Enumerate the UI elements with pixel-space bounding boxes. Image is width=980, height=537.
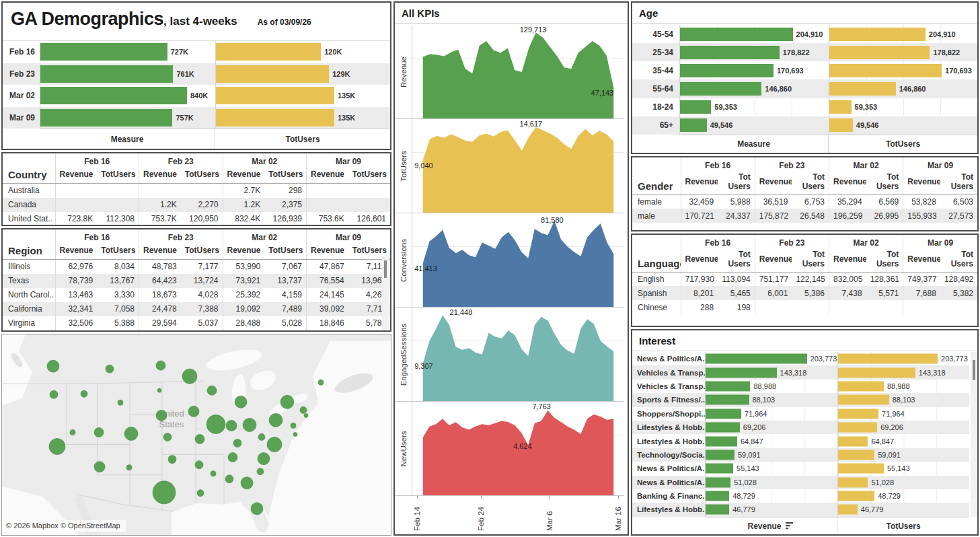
map-bubble[interactable] [94, 462, 105, 472]
bar-mark[interactable] [216, 87, 334, 104]
bar-mark[interactable] [829, 64, 942, 77]
age-row[interactable]: 35-44170,693170,693 [632, 61, 977, 79]
interest-row[interactable]: Vehicles & Transp..88,98888,988 [632, 380, 969, 393]
bar-mark[interactable] [829, 82, 896, 96]
map-bubble[interactable] [225, 475, 233, 483]
age-row[interactable]: 25-34178,822178,822 [632, 43, 977, 61]
table-row[interactable]: male170,72124,337175,87226,548196,25926,… [632, 209, 977, 223]
bar-mark[interactable] [706, 408, 741, 419]
bar-mark[interactable] [838, 381, 884, 391]
map-bubble[interactable] [258, 433, 265, 440]
interest-row[interactable]: Lifestyles & Hobb..69,20669,206 [632, 421, 969, 434]
interest-row[interactable]: Vehicles & Transp..143,318143,318 [632, 365, 969, 379]
bar-mark[interactable] [838, 367, 915, 378]
bar-mark[interactable] [680, 46, 780, 59]
bar-mark[interactable] [838, 423, 878, 433]
map-bubble[interactable] [293, 432, 297, 436]
bar-mark[interactable] [838, 491, 875, 501]
map-bubble[interactable] [49, 439, 65, 455]
area-mark-totusers[interactable] [412, 119, 624, 213]
bar-mark[interactable] [680, 64, 774, 77]
bar-mark[interactable] [40, 65, 173, 83]
map-bubble[interactable] [233, 439, 241, 448]
us-bubble-map[interactable]: United States [2, 334, 391, 535]
table-row[interactable]: Australia2.7K298 [3, 184, 390, 198]
map-bubble[interactable] [81, 390, 87, 397]
bar-mark[interactable] [829, 28, 926, 41]
bar-mark[interactable] [838, 436, 868, 446]
weekly-row[interactable]: Mar 09757K135K [3, 107, 390, 129]
map-bubble[interactable] [228, 453, 237, 462]
map-bubble[interactable] [235, 396, 247, 408]
map-bubble[interactable] [168, 456, 176, 464]
bar-mark[interactable] [680, 28, 793, 41]
map-bubble[interactable] [241, 477, 253, 489]
table-row[interactable]: Chinese288198 [632, 300, 977, 314]
map-bubble[interactable] [182, 369, 197, 384]
table-row[interactable]: Illinois62,9768,03448,7837,17753,9907,06… [3, 260, 390, 274]
map-bubble[interactable] [94, 427, 104, 437]
interest-row[interactable]: Lifestyles & Hobb..64,84764,847 [632, 434, 969, 448]
sort-descending-icon[interactable] [786, 522, 794, 530]
bar-mark[interactable] [838, 505, 858, 515]
bar-mark[interactable] [829, 46, 930, 59]
bar-mark[interactable] [216, 65, 330, 83]
map-bubble[interactable] [47, 360, 59, 372]
age-row[interactable]: 18-2459,35359,353 [632, 98, 977, 116]
table-row[interactable]: California32,3417,05824,4787,38819,0927,… [3, 302, 390, 316]
interest-row[interactable]: Technology/Socia..59,09159,091 [632, 448, 969, 462]
map-bubble[interactable] [163, 433, 172, 441]
map-bubble[interactable] [197, 490, 204, 497]
interest-row[interactable]: News & Politics/A..55,14355,143 [632, 462, 969, 475]
bar-mark[interactable] [40, 109, 172, 127]
weekly-row[interactable]: Feb 16727K120K [3, 41, 390, 63]
map-bubble[interactable] [304, 413, 308, 417]
area-mark-conversions[interactable] [412, 213, 624, 307]
map-bubble[interactable] [300, 406, 307, 413]
table-row[interactable]: Spanish8,2015,4656,0015,3867,4385,5717,6… [632, 286, 977, 300]
area-mark-revenue[interactable] [412, 25, 624, 118]
table-row[interactable]: female32,4595,98836,5196,75335,2946,5695… [632, 194, 977, 209]
bar-mark[interactable] [706, 367, 777, 378]
map-bubble[interactable] [157, 388, 161, 392]
area-mark-engagedsessions[interactable] [412, 308, 624, 401]
table-row[interactable]: Canada1.2K2,2701.2K2,375 [3, 198, 390, 212]
age-row[interactable]: 55-64146,860146,860 [632, 79, 977, 98]
map-bubble[interactable] [207, 386, 217, 395]
bar-mark[interactable] [680, 100, 711, 114]
map-bubble[interactable] [280, 395, 294, 408]
bar-mark[interactable] [40, 87, 187, 104]
interest-row[interactable]: News & Politics/A..203,773203,773 [632, 352, 969, 365]
map-bubble[interactable] [251, 503, 263, 515]
map-bubble[interactable] [291, 423, 296, 428]
map-bubble[interactable] [211, 471, 216, 476]
map-bubble[interactable] [206, 415, 225, 433]
map-bubble[interactable] [126, 465, 132, 470]
table-row[interactable]: North Carol..13,4633,33018,6734,02825,39… [3, 288, 390, 302]
bar-mark[interactable] [706, 464, 733, 474]
bar-mark[interactable] [706, 450, 734, 460]
bar-mark[interactable] [706, 395, 749, 405]
bar-mark[interactable] [838, 477, 868, 487]
map-bubble[interactable] [124, 427, 138, 440]
map-bubble[interactable] [156, 410, 167, 421]
bar-mark[interactable] [706, 505, 729, 515]
weekly-row[interactable]: Feb 23761K129K [3, 63, 390, 85]
interest-row[interactable]: Banking & Financ..48,72948,729 [632, 489, 969, 503]
bar-mark[interactable] [706, 381, 750, 391]
table-row[interactable]: English717,930113,094751,177122,145832,0… [632, 272, 977, 286]
interest-row[interactable]: Sports & Fitness/..88,10388,103 [632, 393, 969, 406]
map-bubble[interactable] [188, 406, 199, 417]
map-bubble[interactable] [226, 420, 237, 431]
interest-scrollbar[interactable] [971, 352, 977, 517]
table-row[interactable]: Texas78,73913,76764,42313,72473,92113,73… [3, 274, 390, 288]
bar-mark[interactable] [216, 109, 334, 127]
bar-mark[interactable] [838, 464, 884, 474]
interest-row[interactable]: News & Politics/A..51,02851,028 [632, 476, 969, 489]
map-bubble[interactable] [243, 418, 256, 431]
map-bubble[interactable] [195, 461, 203, 469]
map-bubble[interactable] [318, 380, 324, 385]
bar-mark[interactable] [838, 395, 889, 405]
age-row[interactable]: 65+49,54649,546 [632, 116, 977, 135]
table-row[interactable]: Virginia32,5065,38829,5945,03728,4885,02… [3, 316, 390, 330]
